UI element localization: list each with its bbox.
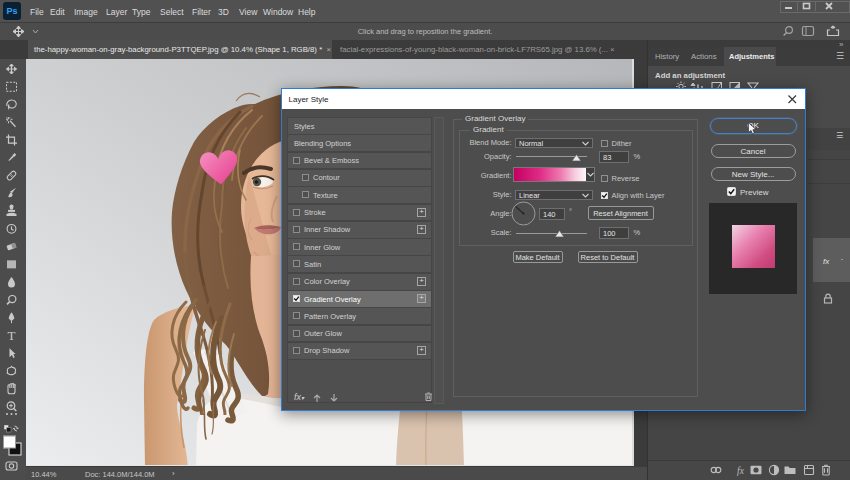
svg-text:fx: fx bbox=[737, 466, 745, 476]
svg-text:T: T bbox=[8, 328, 16, 343]
